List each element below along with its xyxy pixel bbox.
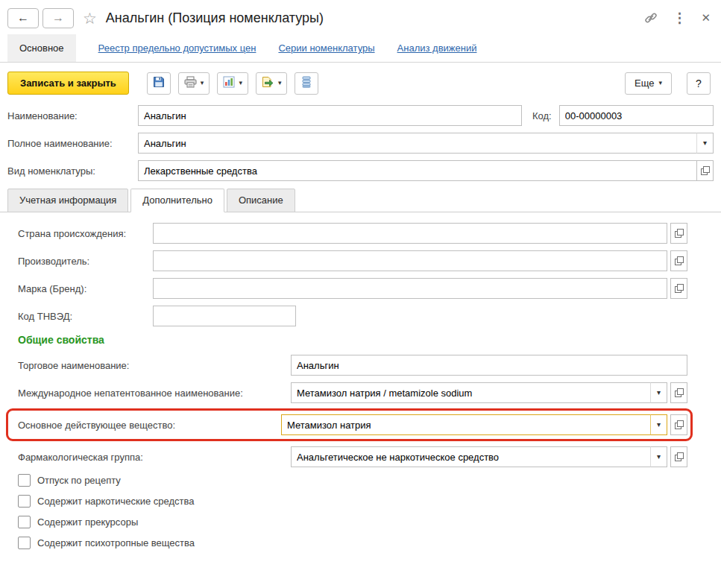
inn-input[interactable]: [291, 382, 650, 403]
pharm-group-row: Фармакологическая группа: ▾: [18, 446, 687, 467]
substance-dropdown-button[interactable]: ▾: [650, 414, 667, 435]
trade-name-input[interactable]: [291, 355, 687, 376]
full-name-row: Полное наименование: ▾: [7, 133, 714, 154]
full-name-label: Полное наименование:: [7, 138, 138, 149]
pharm-group-combo: ▾: [291, 446, 667, 467]
country-row: Страна происхождения:: [18, 223, 687, 244]
pharm-group-open-button[interactable]: [670, 446, 687, 467]
open-picker-icon: [675, 256, 684, 265]
dropdown-arrow-icon: ▾: [201, 80, 204, 86]
back-button[interactable]: ←: [7, 8, 39, 28]
inn-open-button[interactable]: [670, 382, 687, 403]
name-label: Наименование:: [7, 110, 138, 121]
dropdown-arrow-icon: ▾: [657, 421, 661, 429]
dropdown-arrow-icon: ▾: [658, 80, 662, 86]
trade-name-label: Торговое наименование:: [18, 360, 291, 371]
tnved-input[interactable]: [153, 306, 296, 326]
open-picker-icon: [675, 388, 684, 397]
reports-button[interactable]: ▾: [217, 72, 248, 95]
nav-link-price-registry[interactable]: Реестр предельно допустимых цен: [98, 34, 256, 62]
printer-icon: [184, 76, 197, 90]
prescription-checkbox-row[interactable]: Отпуск по рецепту: [18, 474, 687, 487]
narcotic-checkbox-row[interactable]: Содержит наркотические средства: [18, 495, 687, 508]
pharm-group-input[interactable]: [291, 446, 650, 467]
tab-additional[interactable]: Дополнительно: [130, 189, 224, 212]
pharm-group-label: Фармакологическая группа:: [18, 452, 291, 463]
precursors-checkbox-row[interactable]: Содержит прекурсоры: [18, 516, 687, 528]
inn-label: Международное непатентованное наименован…: [18, 388, 291, 399]
print-button[interactable]: ▾: [178, 72, 210, 95]
inn-combo: ▾: [291, 382, 667, 403]
titlebar-actions: ⋮ ✕: [644, 10, 711, 26]
forward-button[interactable]: →: [42, 8, 74, 28]
dropdown-arrow-icon: ▾: [657, 389, 661, 396]
toolbar: Записать и закрыть: [0, 63, 721, 102]
narcotic-checkbox[interactable]: [18, 495, 31, 508]
save-button[interactable]: [147, 72, 171, 95]
save-and-close-button[interactable]: Записать и закрыть: [7, 72, 129, 95]
brand-row: Марка (Бренд):: [18, 278, 687, 299]
additional-tab-panel: Страна происхождения: Производитель: Мар…: [0, 212, 721, 549]
page-title: Анальгин (Позиция номенклатуры): [106, 10, 324, 26]
full-name-input[interactable]: [138, 133, 696, 154]
pharm-group-dropdown-button[interactable]: ▾: [650, 446, 667, 467]
export-icon: [262, 76, 274, 90]
nav-link-series[interactable]: Серии номенклатуры: [278, 34, 374, 62]
forward-arrow-icon: →: [52, 11, 64, 25]
structure-report-button[interactable]: [295, 72, 318, 95]
list-icon: [300, 76, 312, 90]
narcotic-checkbox-label: Содержит наркотические средства: [37, 496, 195, 507]
inn-dropdown-button[interactable]: ▾: [650, 382, 667, 403]
open-picker-icon: [675, 284, 684, 293]
prescription-checkbox[interactable]: [18, 474, 31, 487]
open-picker-icon: [675, 420, 684, 429]
substance-open-button[interactable]: [670, 414, 687, 435]
kind-open-button[interactable]: [696, 160, 714, 181]
kind-input[interactable]: [138, 160, 697, 181]
nav-link-movement-analysis[interactable]: Анализ движений: [397, 34, 477, 62]
name-input[interactable]: [138, 105, 522, 126]
more-actions-label: Еще: [635, 78, 654, 89]
manufacturer-input[interactable]: [153, 250, 667, 271]
tnved-label: Код ТНВЭД:: [18, 311, 153, 322]
more-actions-button[interactable]: Еще ▾: [625, 72, 672, 95]
code-input[interactable]: [559, 105, 714, 126]
nav-tab-main[interactable]: Основное: [7, 34, 76, 62]
open-picker-icon: [675, 452, 684, 461]
full-name-dropdown-button[interactable]: ▾: [696, 133, 714, 154]
close-icon[interactable]: ✕: [701, 11, 711, 25]
precursors-checkbox[interactable]: [18, 516, 31, 528]
history-nav: ← →: [7, 8, 74, 28]
open-picker-icon: [701, 166, 710, 175]
menu-dots-icon[interactable]: ⋮: [673, 10, 686, 26]
get-link-icon[interactable]: [644, 11, 658, 25]
substance-row-highlighted: Основное действующее вещество: ▾: [6, 408, 693, 441]
brand-input[interactable]: [153, 278, 667, 299]
tab-accounting-info[interactable]: Учетная информация: [7, 189, 128, 212]
manufacturer-row: Производитель:: [18, 250, 687, 271]
country-input[interactable]: [153, 223, 667, 244]
psychotropic-checkbox[interactable]: [18, 537, 31, 549]
dropdown-arrow-icon: ▾: [278, 80, 282, 86]
common-properties-heading: Общие свойства: [18, 334, 687, 346]
save-icon: [153, 76, 165, 90]
substance-input[interactable]: [281, 414, 650, 435]
dropdown-arrow-icon: ▾: [703, 139, 707, 147]
toolbar-right: Еще ▾ ?: [625, 72, 711, 95]
psychotropic-checkbox-row[interactable]: Содержит психотропные вещества: [18, 537, 687, 549]
dropdown-arrow-icon: ▾: [657, 453, 661, 461]
country-open-button[interactable]: [670, 223, 687, 244]
dropdown-arrow-icon: ▾: [239, 80, 242, 86]
country-label: Страна происхождения:: [18, 228, 153, 239]
kind-label: Вид номенклатуры:: [7, 165, 138, 177]
help-button[interactable]: ?: [687, 72, 711, 95]
code-label: Код:: [532, 110, 552, 121]
create-based-on-button[interactable]: ▾: [256, 72, 288, 95]
inn-row: Международное непатентованное наименован…: [18, 382, 687, 403]
brand-open-button[interactable]: [670, 278, 687, 299]
psychotropic-checkbox-label: Содержит психотропные вещества: [37, 537, 195, 549]
manufacturer-open-button[interactable]: [670, 250, 687, 271]
tab-description[interactable]: Описание: [227, 189, 295, 212]
favorite-star-icon[interactable]: ☆: [83, 10, 97, 26]
name-row: Наименование: Код:: [7, 105, 714, 126]
